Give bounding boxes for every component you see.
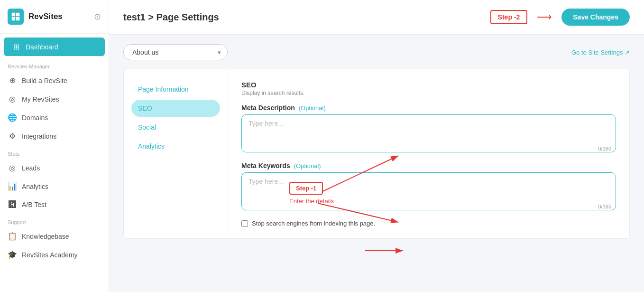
settings-nav-social[interactable]: Social: [131, 119, 220, 136]
seo-title: SEO: [241, 81, 616, 89]
meta-description-input[interactable]: [241, 114, 616, 152]
page-title: test1 > Page Settings: [123, 12, 219, 23]
no-index-checkbox[interactable]: [241, 220, 248, 227]
sidebar-item-integrations[interactable]: ⚙ Integrations: [0, 127, 109, 145]
myrevsites-icon: ◎: [8, 94, 17, 104]
sidebar: RevSites ⊙ ⊞ Dashboard Revsites Manager …: [0, 0, 109, 292]
support-section: Support: [0, 214, 109, 227]
arrow-icon: ⟶: [537, 11, 552, 23]
settings-panel: Page Information SEO Social Analytics SE…: [123, 69, 630, 239]
integrations-icon: ⚙: [8, 132, 17, 141]
analytics-icon: 📊: [8, 182, 17, 191]
knowledgebase-icon: 📋: [8, 232, 17, 241]
step2-badge: Step -2: [490, 10, 528, 24]
sidebar-item-label: Build a RevSite: [22, 77, 67, 85]
svg-rect-1: [16, 13, 20, 17]
meta-description-wrapper: 0/160: [241, 114, 616, 154]
sidebar-item-abtest[interactable]: 🅰 A/B Test: [0, 196, 109, 214]
sidebar-item-label: Integrations: [22, 132, 56, 140]
sidebar-item-label: Leads: [22, 164, 40, 172]
sidebar-item-myrevsites[interactable]: ◎ My RevSites: [0, 90, 109, 108]
abtest-icon: 🅰: [8, 200, 17, 209]
meta-description-label: Meta Description (Optional): [241, 104, 616, 112]
main-content: test1 > Page Settings Step -2 ⟶ Save Cha…: [109, 0, 644, 292]
sidebar-item-label: Analytics: [22, 183, 48, 190]
meta-keywords-count: 0/165: [598, 204, 611, 209]
content-topbar: About us Home Contact ▾ Go to Site Setti…: [123, 44, 630, 60]
sidebar-item-dashboard[interactable]: ⊞ Dashboard: [4, 38, 105, 56]
page-select-wrapper: About us Home Contact ▾: [123, 44, 228, 60]
content-area: About us Home Contact ▾ Go to Site Setti…: [109, 35, 644, 292]
meta-keywords-label: Meta Keywords (Optional): [241, 162, 616, 170]
academy-icon: 🎓: [8, 250, 17, 259]
build-icon: ⊕: [8, 76, 17, 85]
save-changes-button[interactable]: Save Changes: [561, 9, 630, 26]
sidebar-item-analytics[interactable]: 📊 Analytics: [0, 177, 109, 196]
settings-nav: Page Information SEO Social Analytics: [124, 69, 228, 238]
page-select[interactable]: About us Home Contact: [123, 44, 228, 60]
meta-description-count: 0/160: [598, 146, 611, 151]
sidebar-item-build[interactable]: ⊕ Build a RevSite: [0, 71, 109, 90]
no-index-label: Stop search engines from indexing this p…: [252, 220, 375, 227]
seo-content: SEO Display in search results. Meta Desc…: [228, 69, 629, 238]
sidebar-item-label: Domains: [22, 114, 48, 122]
leads-icon: ◎: [8, 163, 17, 172]
svg-rect-3: [16, 17, 20, 21]
site-settings-link[interactable]: Go to Site Settings ↗: [571, 49, 630, 56]
sidebar-item-label: My RevSites: [22, 95, 59, 103]
settings-nav-seo[interactable]: SEO: [131, 100, 220, 117]
no-index-row: Stop search engines from indexing this p…: [241, 220, 616, 227]
sidebar-item-label: Dashboard: [26, 43, 58, 51]
revsites-manager-section: Revsites Manager: [0, 58, 109, 71]
sidebar-item-label: Knowledgebase: [22, 233, 69, 240]
settings-nav-page-information[interactable]: Page Information: [131, 81, 220, 98]
seo-subtitle: Display in search results.: [241, 90, 616, 96]
sidebar-item-label: A/B Test: [22, 201, 46, 208]
meta-keywords-input[interactable]: [241, 172, 616, 210]
svg-rect-2: [12, 17, 16, 21]
sidebar-item-knowledgebase[interactable]: 📋 Knowledgebase: [0, 227, 109, 245]
page-header: test1 > Page Settings Step -2 ⟶ Save Cha…: [109, 0, 644, 35]
sidebar-item-domains[interactable]: 🌐 Domains: [0, 108, 109, 127]
settings-icon[interactable]: ⊙: [94, 11, 101, 22]
stats-section: Stats: [0, 145, 109, 159]
sidebar-logo: RevSites ⊙: [0, 0, 109, 34]
header-actions: Step -2 ⟶ Save Changes: [490, 9, 630, 26]
sidebar-item-leads[interactable]: ◎ Leads: [0, 159, 109, 177]
sidebar-item-revsites-academy[interactable]: 🎓 RevSites Academy: [0, 245, 109, 264]
dashboard-icon: ⊞: [11, 42, 21, 51]
logo-icon: [8, 9, 24, 25]
logo-text: RevSites: [28, 12, 63, 21]
settings-nav-analytics[interactable]: Analytics: [131, 138, 220, 155]
sidebar-item-label: RevSites Academy: [22, 251, 78, 259]
meta-keywords-wrapper: 0/165: [241, 172, 616, 212]
svg-rect-0: [12, 13, 16, 17]
domains-icon: 🌐: [8, 113, 17, 122]
